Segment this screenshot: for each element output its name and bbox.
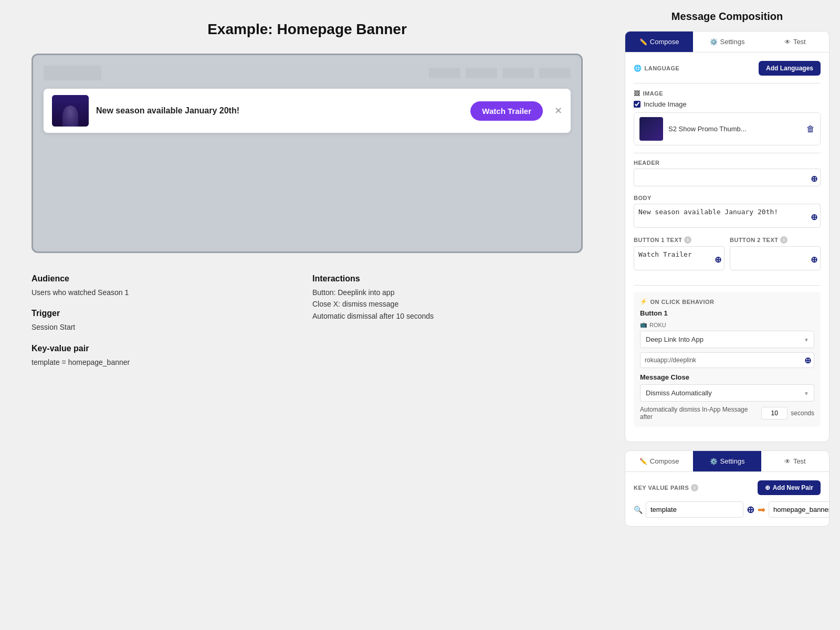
kv-row-1: 🔍 ⊕ ➡ ⊕ 🗑 <box>634 501 821 518</box>
in-app-message-banner: New season available January 20th! Watch… <box>44 89 571 133</box>
image-name: S2 Show Promo Thumb... <box>668 125 806 133</box>
header-input[interactable] <box>634 169 821 186</box>
kv-meta: Key-value pair template = homepage_banne… <box>32 344 302 368</box>
kv-tab-test[interactable]: 👁 Test <box>761 451 829 471</box>
kv-key-add-icon[interactable]: ⊕ <box>747 504 754 516</box>
roku-url-input[interactable] <box>640 352 814 368</box>
nav-link-2 <box>466 68 497 78</box>
grid-item-4 <box>443 141 571 188</box>
button1-behavior-label: Button 1 <box>640 309 814 317</box>
kv-key-input[interactable] <box>646 501 743 518</box>
deep-link-select[interactable]: Deep Link Into App <box>640 331 814 348</box>
grid-item-2 <box>177 141 305 188</box>
kv-settings-icon: ⚙️ <box>710 458 718 465</box>
page-title: Example: Homepage Banner <box>32 21 583 38</box>
banner-close-button[interactable]: ✕ <box>554 105 562 117</box>
grid-item-7 <box>310 194 438 241</box>
body-add-btn[interactable]: ⊕ <box>811 212 817 222</box>
metadata-section: Audience Users who watched Season 1 Trig… <box>32 274 583 379</box>
roku-url-wrap: ⊕ <box>640 352 814 368</box>
button1-input[interactable]: Watch Trailer <box>634 246 724 270</box>
interactions-meta: Interactions Button: Deeplink into app C… <box>312 274 583 322</box>
image-thumbnail <box>639 117 663 141</box>
trigger-value: Session Start <box>32 321 302 333</box>
image-section-label: 🖼 IMAGE <box>634 90 821 97</box>
roku-icon: 📺 <box>640 321 647 328</box>
on-click-header: ⚡ ON CLICK BEHAVIOR <box>640 298 814 305</box>
trigger-meta: Trigger Session Start <box>32 309 302 333</box>
interaction-3: Automatic dismissal after 10 seconds <box>312 310 583 322</box>
nav-logo <box>44 66 101 80</box>
nav-link-1 <box>429 68 460 78</box>
interactions-block: Interactions Button: Deeplink into app C… <box>312 274 583 379</box>
kv-tabs: ✏️ Compose ⚙️ Settings 👁 Test <box>625 451 829 472</box>
seconds-label: seconds <box>791 410 814 417</box>
add-icon: ⊕ <box>765 484 770 491</box>
interaction-2: Close X: dismiss message <box>312 298 583 310</box>
on-click-icon: ⚡ <box>640 298 648 305</box>
auto-dismiss-seconds-input[interactable] <box>761 407 788 419</box>
compose-icon: ✏️ <box>639 38 647 46</box>
kv-tab-settings[interactable]: ⚙️ Settings <box>693 451 761 471</box>
image-icon: 🖼 <box>634 90 640 97</box>
message-close-label: Message Close <box>640 373 814 381</box>
header-input-wrap: ⊕ <box>634 169 821 188</box>
message-close-section: Message Close Dismiss Automatically ▼ Au… <box>640 373 814 421</box>
compose-card-body: 🌐 LANGUAGE Add Languages 🖼 IMAGE Include… <box>625 52 829 442</box>
kv-label: Key-value pair <box>32 344 302 353</box>
include-image-checkbox[interactable] <box>634 101 640 108</box>
audience-meta: Audience Users who watched Season 1 <box>32 274 302 298</box>
auto-dismiss-row: Automatically dismiss In-App Message aft… <box>640 406 814 421</box>
add-languages-button[interactable]: Add Languages <box>759 61 821 76</box>
dismiss-select-wrap: Dismiss Automatically ▼ <box>640 384 814 402</box>
banner-image-person <box>52 95 89 127</box>
dismiss-select[interactable]: Dismiss Automatically <box>640 384 814 402</box>
kv-tab-compose[interactable]: ✏️ Compose <box>625 451 693 471</box>
button1-field-row: BUTTON 1 TEXT i Watch Trailer ⊕ <box>634 236 724 272</box>
tab-test[interactable]: 👁 Test <box>761 32 829 52</box>
button2-add-btn[interactable]: ⊕ <box>811 255 817 265</box>
tab-settings[interactable]: ⚙️ Settings <box>693 32 761 52</box>
tab-compose[interactable]: ✏️ Compose <box>625 32 693 52</box>
image-delete-button[interactable]: 🗑 <box>806 124 815 134</box>
interaction-1: Button: Deeplink into app <box>312 287 583 298</box>
kv-info-icon: i <box>691 484 698 491</box>
banner-body-text: New season available January 20th! <box>96 106 463 116</box>
grid-item-8 <box>443 194 571 241</box>
globe-icon: 🌐 <box>634 65 642 72</box>
add-new-pair-button[interactable]: ⊕ Add New Pair <box>758 480 821 495</box>
browser-mockup: New season available January 20th! Watch… <box>32 54 583 253</box>
button2-input[interactable] <box>730 246 821 270</box>
kv-arrow-icon: ➡ <box>758 504 765 516</box>
audience-value: Users who watched Season 1 <box>32 287 302 298</box>
image-item: S2 Show Promo Thumb... 🗑 <box>634 112 821 145</box>
banner-cta-button[interactable]: Watch Trailer <box>470 101 543 121</box>
message-composition-card: ✏️ Compose ⚙️ Settings 👁 Test 🌐 LANGUAGE <box>625 31 830 442</box>
header-field-label: HEADER <box>634 160 821 166</box>
nav-links <box>429 68 571 78</box>
body-field-row: BODY New season available January 20th! … <box>634 195 821 230</box>
grid-item-3 <box>310 141 438 188</box>
compose-tabs: ✏️ Compose ⚙️ Settings 👁 Test <box>625 32 829 52</box>
trigger-label: Trigger <box>32 309 302 318</box>
kv-search-icon: 🔍 <box>634 506 643 514</box>
panel-title: Message Composition <box>625 10 830 23</box>
header-add-btn[interactable]: ⊕ <box>811 174 817 184</box>
kv-label: KEY VALUE PAIRS i <box>634 484 698 491</box>
tab-compose-label: Compose <box>650 38 679 46</box>
kv-tab-test-label: Test <box>793 457 806 465</box>
content-grid <box>44 141 571 241</box>
button2-field-row: BUTTON 2 TEXT i ⊕ <box>730 236 821 272</box>
kv-value-input[interactable] <box>769 501 830 518</box>
settings-icon: ⚙️ <box>710 38 718 46</box>
body-input[interactable]: New season available January 20th! <box>634 204 821 228</box>
button1-input-wrap: Watch Trailer ⊕ <box>634 246 724 272</box>
kv-value: template = homepage_banner <box>32 356 302 368</box>
header-field-row: HEADER ⊕ <box>634 160 821 188</box>
image-section: 🖼 IMAGE Include Image S2 Show Promo Thum… <box>634 90 821 145</box>
button1-add-btn[interactable]: ⊕ <box>715 255 721 265</box>
grid-item-5 <box>44 194 172 241</box>
roku-url-add-btn[interactable]: ⊕ <box>804 355 811 365</box>
interactions-label: Interactions <box>312 274 583 284</box>
key-value-pairs-card: ✏️ Compose ⚙️ Settings 👁 Test KEY VALUE … <box>625 450 830 527</box>
